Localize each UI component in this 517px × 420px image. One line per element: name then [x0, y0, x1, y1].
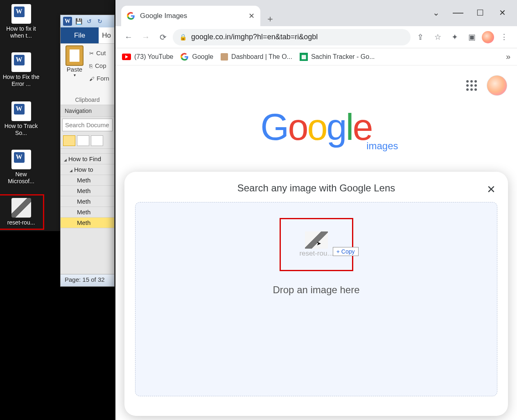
save-icon[interactable]: 💾 — [75, 17, 83, 25]
bookmark-dashboard[interactable]: Dashboard | The O... — [221, 53, 292, 61]
tree-item[interactable]: Meth — [61, 207, 114, 218]
desktop-icon-1[interactable]: How to Fix the Error ... — [2, 52, 41, 88]
lens-title: Search any image with Google Lens — [135, 182, 497, 194]
extensions-icon[interactable]: ✦ — [447, 30, 462, 45]
home-tab[interactable]: Ho — [99, 27, 114, 43]
redo-icon[interactable]: ↻ — [96, 17, 104, 25]
format-painter-button[interactable]: Forn — [89, 72, 109, 85]
bookmarks-overflow-icon[interactable]: » — [506, 52, 510, 61]
clipboard-group-label: Clipboard — [61, 97, 114, 103]
google-lens-dialog: Search any image with Google Lens ✕ ➤ re… — [124, 172, 508, 416]
omnibox[interactable]: 🔒 google.co.in/imghp?hl=en&tab=ri&ogbl — [173, 29, 411, 45]
desktop-icon-2[interactable]: How to Track So... — [2, 101, 41, 137]
tree-item[interactable]: Meth — [61, 196, 114, 207]
menu-icon[interactable]: ⋮ — [497, 30, 511, 45]
dragged-thumbnail: ➤ — [305, 231, 328, 249]
tree-item[interactable]: Meth — [61, 175, 114, 186]
cut-button[interactable]: Cut — [89, 47, 109, 60]
close-icon[interactable]: ✕ — [487, 183, 496, 196]
google-favicon-icon — [127, 12, 135, 20]
google-logo: Google images — [115, 65, 517, 152]
reload-button[interactable]: ⟳ — [156, 30, 170, 45]
close-window-icon[interactable]: ✕ — [497, 6, 507, 19]
paste-button[interactable]: Paste▾ — [62, 45, 87, 77]
word-status-bar: Page: 15 of 32 — [61, 274, 114, 286]
maximize-icon[interactable]: ☐ — [475, 6, 485, 19]
navigation-tree: How to Find How to Meth Meth Meth Meth M… — [61, 149, 114, 228]
account-avatar[interactable] — [487, 75, 507, 96]
google-apps-icon[interactable] — [466, 80, 477, 91]
copy-tooltip: + Copy — [333, 247, 359, 256]
undo-icon[interactable]: ↺ — [85, 17, 93, 25]
forward-button: → — [138, 30, 153, 45]
drop-hint: Drop an image here — [135, 284, 497, 296]
sidepanel-icon[interactable]: ▣ — [465, 30, 479, 45]
ribbon-tabs: File Ho — [61, 27, 114, 44]
desktop-icon-4[interactable]: reset-rou... — [2, 198, 41, 226]
youtube-icon — [122, 54, 131, 60]
close-tab-icon[interactable]: ✕ — [248, 11, 255, 20]
navigation-pane-title: Navigation — [61, 105, 114, 117]
tree-item[interactable]: Meth — [61, 217, 114, 228]
google-icon — [181, 53, 189, 61]
dragged-image-preview: ➤ reset-rou... + Copy — [280, 218, 353, 271]
tab-strip: Google Images ✕ ＋ ⌄ — ☐ ✕ — [115, 0, 517, 26]
chrome-window: Google Images ✕ ＋ ⌄ — ☐ ✕ ← → ⟳ 🔒 google… — [115, 0, 517, 420]
tree-item[interactable]: Meth — [61, 185, 114, 196]
ribbon: Paste▾ Cut Cop Forn Clipboard — [61, 44, 114, 105]
new-tab-button[interactable]: ＋ — [263, 11, 278, 26]
quick-access-toolbar: W 💾 ↺ ↻ — [61, 15, 114, 27]
window-controls: ⌄ — ☐ ✕ — [431, 6, 517, 26]
bookmark-sheets[interactable]: ▦Sachin Tracker - Go... — [300, 53, 375, 61]
chevron-down-icon[interactable]: ⌄ — [431, 6, 441, 19]
star-icon[interactable]: ☆ — [430, 30, 445, 45]
file-tab[interactable]: File — [61, 27, 99, 43]
address-bar-row: ← → ⟳ 🔒 google.co.in/imghp?hl=en&tab=ri&… — [115, 26, 517, 48]
sheets-icon: ▦ — [300, 53, 308, 61]
profile-avatar[interactable] — [482, 31, 494, 43]
dragged-filename: reset-rou... — [299, 249, 333, 258]
lock-icon: 🔒 — [179, 34, 187, 41]
back-button[interactable]: ← — [121, 30, 136, 45]
bookmark-google[interactable]: Google — [181, 53, 213, 61]
search-document-input[interactable] — [62, 119, 113, 131]
word-window: W 💾 ↺ ↻ File Ho Paste▾ Cut Cop Forn Clip… — [60, 15, 115, 287]
minimize-icon[interactable]: — — [453, 6, 463, 19]
share-icon[interactable]: ⇪ — [413, 30, 428, 45]
nav-view-toggle[interactable] — [61, 133, 114, 149]
bookmark-youtube[interactable]: (73) YouTube — [122, 53, 173, 61]
desktop-icon-0[interactable]: How to fix it when t... — [2, 4, 41, 39]
browser-tab[interactable]: Google Images ✕ — [121, 6, 260, 26]
url-text: google.co.in/imghp?hl=en&tab=ri&ogbl — [191, 33, 318, 41]
page-content: Google images Search any image with Goog… — [115, 65, 517, 420]
cursor-icon: ➤ — [316, 240, 321, 247]
tree-item[interactable]: How to — [61, 164, 114, 175]
copy-button[interactable]: Cop — [89, 60, 109, 72]
tree-item[interactable]: How to Find — [61, 153, 114, 164]
bookmarks-bar: (73) YouTube Google Dashboard | The O...… — [115, 48, 517, 65]
tab-title: Google Images — [140, 12, 187, 20]
drop-zone[interactable]: ➤ reset-rou... + Copy Drop an image here — [135, 202, 497, 396]
desktop-icon-3[interactable]: New Microsof... — [2, 150, 41, 185]
dashboard-icon — [221, 53, 228, 61]
word-icon: W — [63, 17, 72, 26]
